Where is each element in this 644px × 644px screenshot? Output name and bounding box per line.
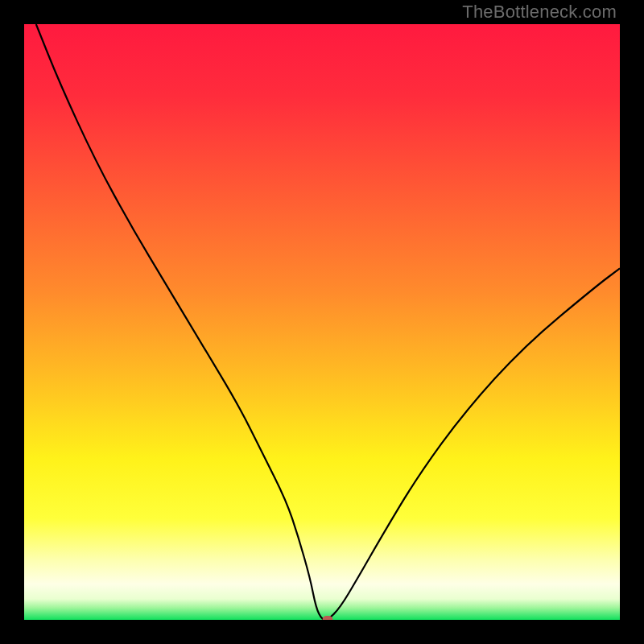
chart-frame: TheBottleneck.com bbox=[0, 0, 644, 644]
curve-svg bbox=[24, 24, 620, 620]
plot-area bbox=[24, 24, 620, 620]
watermark-text: TheBottleneck.com bbox=[462, 2, 617, 23]
minimum-marker bbox=[323, 616, 333, 620]
bottleneck-curve-path bbox=[36, 24, 620, 620]
